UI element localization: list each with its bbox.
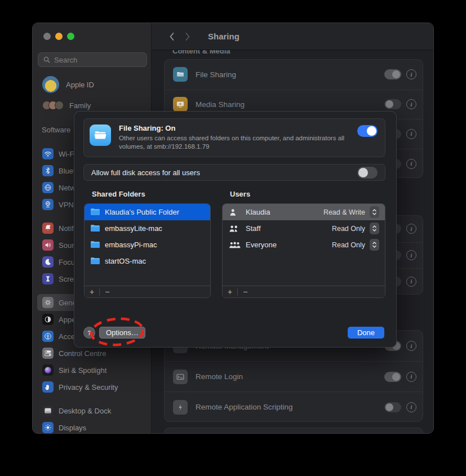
sidebar-item-label: Wi-Fi: [59, 150, 76, 158]
info-icon[interactable]: i: [406, 224, 416, 234]
apple-id-label: Apple ID: [66, 81, 94, 89]
folder-name: Klaudia’s Public Folder: [105, 208, 179, 216]
title-bar: Sharing: [152, 23, 434, 50]
sidebar-item-label: Displays: [59, 424, 86, 432]
user-row[interactable]: Klaudia Read & Write: [223, 204, 385, 220]
settings-row-label: Media Sharing: [196, 100, 384, 109]
sidebar-item-icon: [42, 199, 54, 210]
user-permission: Read & Write: [323, 208, 365, 216]
folder-row[interactable]: embassyPi-mac: [85, 237, 210, 253]
folders-list-footer: + −: [85, 286, 210, 297]
zoom-button[interactable]: [67, 33, 74, 40]
sidebar-item[interactable]: Privacy & Security: [37, 379, 147, 395]
info-icon[interactable]: i: [406, 129, 416, 139]
settings-row: Remote Login i: [165, 361, 423, 392]
sidebar-item-icon: [42, 297, 54, 308]
settings-toggle[interactable]: [384, 69, 401, 79]
info-icon[interactable]: i: [406, 69, 416, 79]
user-icon: [228, 208, 242, 216]
folder-row[interactable]: startOS-mac: [85, 253, 210, 269]
search-input[interactable]: Search: [38, 52, 147, 67]
forward-button[interactable]: [185, 32, 191, 41]
permission-stepper[interactable]: [370, 239, 379, 251]
divider: [237, 288, 238, 296]
remove-folder-button[interactable]: −: [105, 288, 109, 296]
close-button[interactable]: [43, 33, 51, 40]
bottom-card: [164, 428, 423, 434]
settings-row-label: Remote Login: [196, 372, 384, 381]
full-disk-toggle[interactable]: [357, 167, 378, 179]
dialog-description: Other users can access shared folders on…: [119, 134, 352, 151]
users-list-footer: + −: [223, 286, 385, 297]
search-icon: [43, 56, 51, 64]
folder-row[interactable]: Klaudia’s Public Folder: [85, 204, 210, 220]
user-row[interactable]: Everyone Read Only: [223, 237, 385, 253]
sidebar-item-icon: [42, 273, 54, 284]
info-icon[interactable]: i: [406, 402, 416, 412]
info-icon[interactable]: i: [406, 277, 416, 287]
file-sharing-toggle[interactable]: [357, 125, 378, 137]
file-sharing-dialog: File Sharing: On Other users can access …: [74, 111, 397, 348]
software-update-notice[interactable]: Software: [42, 126, 70, 134]
full-disk-card: Allow full disk access for all users: [83, 164, 385, 181]
settings-toggle[interactable]: [384, 402, 401, 412]
settings-row-icon: [173, 97, 188, 112]
info-icon[interactable]: i: [406, 372, 416, 382]
settings-toggle[interactable]: [384, 372, 401, 382]
sidebar-item-icon: [42, 148, 54, 159]
sidebar-item-label: Desktop & Dock: [59, 407, 111, 415]
settings-row-icon: [173, 400, 188, 415]
sidebar-item-label: Siri & Spotlight: [59, 366, 106, 375]
sidebar-item-icon: [42, 331, 54, 342]
sidebar-item-icon: [42, 405, 54, 416]
sidebar-item-family[interactable]: Family: [42, 101, 91, 110]
sidebar-item[interactable]: Desktop & Dock: [37, 402, 147, 419]
settings-row-icon: [173, 370, 188, 384]
user-icon: [228, 241, 242, 249]
sidebar-item-icon: [42, 381, 54, 393]
add-user-button[interactable]: +: [228, 288, 232, 296]
minimize-button[interactable]: [55, 33, 63, 40]
folder-icon: [90, 257, 100, 265]
shared-folders-list: Klaudia’s Public Folder embassyLite-mac …: [84, 203, 211, 298]
folder-row[interactable]: embassyLite-mac: [85, 220, 210, 237]
done-button[interactable]: Done: [348, 327, 384, 339]
info-icon[interactable]: i: [406, 99, 416, 109]
user-row[interactable]: Staff Read Only: [223, 220, 385, 237]
settings-toggle[interactable]: [384, 99, 401, 109]
settings-row-icon: [173, 67, 188, 82]
sidebar-item[interactable]: Siri & Spotlight: [37, 362, 147, 379]
sidebar-item-icon: [42, 348, 54, 359]
file-sharing-header-card: File Sharing: On Other users can access …: [83, 118, 385, 157]
users-list: Klaudia Read & Write Staff Read Only: [222, 203, 385, 298]
options-button[interactable]: Options…: [99, 327, 145, 339]
info-icon[interactable]: i: [406, 250, 416, 260]
permission-stepper[interactable]: [370, 206, 379, 218]
sidebar-item-apple-id[interactable]: Apple ID: [42, 76, 94, 93]
folder-icon: [90, 224, 100, 233]
back-button[interactable]: [168, 32, 175, 41]
info-icon[interactable]: i: [406, 341, 416, 351]
sidebar-item-label: VPN: [59, 201, 74, 209]
family-label: Family: [69, 101, 91, 110]
help-button[interactable]: ?: [83, 327, 95, 339]
system-settings-window: Search Apple ID Family Software Wi-Fi Bl…: [32, 23, 434, 434]
permission-stepper[interactable]: [370, 223, 379, 234]
divider: [99, 288, 100, 296]
folder-icon: [90, 208, 100, 216]
dialog-title: File Sharing: On: [119, 124, 175, 132]
remove-user-button[interactable]: −: [243, 288, 247, 296]
sidebar-item-label: Privacy & Security: [59, 383, 118, 392]
settings-row: File Sharing i: [165, 60, 423, 90]
add-folder-button[interactable]: +: [90, 288, 94, 296]
settings-row-label: Remote Application Scripting: [196, 403, 384, 411]
settings-row-label: File Sharing: [196, 70, 384, 79]
folder-name: embassyPi-mac: [105, 241, 157, 249]
user-permission: Read Only: [332, 225, 365, 233]
file-sharing-icon: [90, 124, 111, 146]
info-icon[interactable]: i: [406, 159, 416, 169]
sidebar-item-icon: [42, 422, 54, 433]
settings-row: Remote Application Scripting i: [165, 392, 423, 422]
user-permission: Read Only: [332, 241, 365, 249]
sidebar-item[interactable]: Displays: [37, 419, 147, 434]
